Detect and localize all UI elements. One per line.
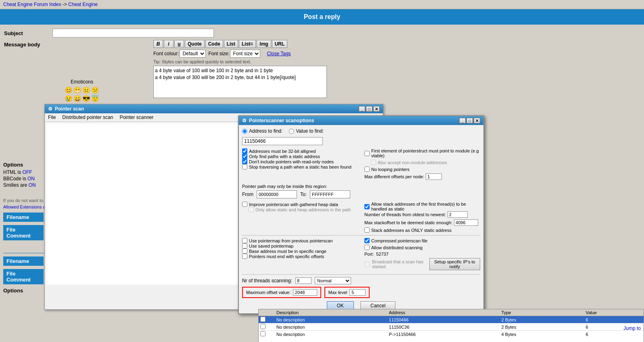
bold-button[interactable]: B: [153, 40, 163, 48]
scanoptions-minimize[interactable]: _: [459, 118, 466, 123]
scanoptions-close[interactable]: ✕: [474, 118, 480, 123]
allowed-extensions-link[interactable]: Allowed Extensions a...: [3, 204, 49, 209]
font-colour-select[interactable]: Default: [180, 50, 206, 58]
setup-ip-button[interactable]: Setup specific IP's to notify: [429, 258, 480, 270]
allow-stack-checkbox[interactable]: [364, 204, 370, 209]
menu-distributed[interactable]: Distributed pointer scan: [61, 114, 115, 121]
table-row-2[interactable]: No description 11150C36 2 Bytes 6: [259, 323, 644, 331]
tip-text: Tip: Styles can be applied quickly to se…: [153, 59, 327, 64]
allow-distributed-row: Allow distributed scanning: [364, 245, 480, 250]
use-saved-checkbox[interactable]: [242, 243, 247, 248]
row3-checkbox[interactable]: [260, 331, 266, 336]
address-to-find-radio[interactable]: Address to find:: [242, 128, 282, 134]
emoji-5[interactable]: 😢: [65, 95, 73, 102]
heap-sub-row: Only allow static and heap addresses in …: [249, 207, 358, 212]
no-readonly-row: Don't include pointers with read-only no…: [242, 159, 358, 164]
table-row-1[interactable]: No description 11150466 2 Bytes 6: [259, 316, 644, 323]
close-tags-link[interactable]: Close Tags: [267, 51, 291, 56]
stop-traversing-checkbox[interactable]: [242, 164, 247, 169]
font-size-select[interactable]: Font size: [230, 50, 260, 58]
row3-address: P->11150466: [389, 332, 502, 337]
pointer-scan-controls: _ □ ✕: [359, 106, 380, 112]
heap-sub-checkbox[interactable]: [249, 207, 254, 212]
use-pointermap-prev-checkbox[interactable]: [242, 238, 247, 243]
first-element-checkbox[interactable]: [364, 151, 370, 156]
maxlevel-input[interactable]: [349, 289, 366, 296]
threads-oldest-input[interactable]: [447, 211, 468, 218]
main-content: Subject Message body B i u Quote Code Li…: [0, 25, 644, 342]
file-comment-bar-2: File Comment: [3, 269, 44, 284]
emoji-8[interactable]: 😇: [91, 95, 99, 102]
addresses-32bit-checkbox[interactable]: [242, 148, 247, 154]
img-button[interactable]: Img: [257, 40, 271, 48]
close-button[interactable]: ✕: [373, 106, 380, 112]
offset-input[interactable]: [293, 289, 317, 296]
font-size-label: Font size:: [208, 51, 229, 56]
also-accept-checkbox[interactable]: [371, 160, 376, 165]
allow-distributed-checkbox[interactable]: [364, 245, 370, 250]
minimize-button[interactable]: _: [359, 106, 365, 112]
underline-button[interactable]: u: [174, 40, 184, 48]
menu-scanner[interactable]: Pointer scanner: [118, 114, 155, 121]
bbcode-link[interactable]: ON: [27, 176, 35, 181]
bbcode-option: BBCode is ON: [3, 176, 36, 181]
scanoptions-titlebar: ⚙ Pointerscanner scanoptions _ □ ✕: [239, 116, 483, 125]
scanoptions-dialog: ⚙ Pointerscanner scanoptions _ □ ✕ Addre…: [238, 115, 484, 314]
breadcrumb-section-link[interactable]: Cheat Engine: [68, 2, 98, 7]
no-looping-checkbox[interactable]: [364, 167, 370, 172]
maxlevel-label: Max level: [328, 290, 347, 295]
maxlevel-box: Max level: [324, 287, 370, 298]
broadcast-checkbox[interactable]: [364, 262, 370, 267]
row2-type: 2 Bytes: [502, 325, 586, 329]
compressed-file-checkbox[interactable]: [364, 238, 370, 243]
row2-checkbox[interactable]: [260, 324, 266, 329]
no-readonly-checkbox[interactable]: [242, 159, 247, 164]
value-to-find-radio[interactable]: Value to find:: [289, 128, 324, 134]
base-address-row: Base address must be in specific range: [242, 248, 358, 254]
col-type: Type: [502, 310, 586, 315]
pointers-end-checkbox[interactable]: [242, 254, 247, 259]
emoji-7[interactable]: 😎: [82, 95, 90, 102]
list-item-button[interactable]: List=: [239, 40, 256, 48]
smilies-link[interactable]: ON: [29, 182, 36, 188]
maximize-button[interactable]: □: [366, 106, 372, 112]
emoji-4[interactable]: 😕: [91, 86, 99, 94]
subject-input[interactable]: [52, 29, 214, 38]
list-button[interactable]: List: [224, 40, 238, 48]
base-address-checkbox[interactable]: [242, 248, 247, 254]
row1-checkbox[interactable]: [260, 317, 266, 322]
emoji-1[interactable]: 😊: [65, 86, 73, 94]
to-input[interactable]: [310, 190, 350, 198]
heap-checkbox[interactable]: [242, 202, 247, 207]
message-textarea[interactable]: [153, 66, 327, 98]
compressed-file-row: Compressed pointerscan file: [364, 238, 480, 243]
breadcrumb-forum-link[interactable]: Cheat Engine Forum Index: [3, 2, 61, 7]
max-stackoffset-input[interactable]: [454, 219, 478, 226]
table-row-3[interactable]: No description P->11150466 4 Bytes 6: [259, 331, 644, 338]
only-static-checkbox[interactable]: [242, 154, 247, 159]
bottom-left-options: Use pointermap from previous pointerscan…: [242, 238, 358, 272]
menu-file[interactable]: File: [46, 114, 57, 121]
scanoptions-maximize[interactable]: □: [466, 118, 473, 123]
col-address: Address: [389, 310, 502, 315]
italic-button[interactable]: i: [164, 40, 174, 48]
allow-stack-row: Allow stack addresses of the first threa…: [364, 202, 480, 211]
jump-to[interactable]: Jump to: [623, 325, 641, 331]
filename-bar-1: Filename: [3, 213, 44, 222]
quote-button[interactable]: Quote: [185, 40, 205, 48]
from-input[interactable]: [257, 190, 297, 198]
code-button[interactable]: Code: [205, 40, 223, 48]
url-button[interactable]: URL: [272, 40, 288, 48]
row1-value: 6: [586, 317, 642, 322]
emoji-6[interactable]: 😄: [73, 95, 82, 102]
threads-oldest-row: Number of threads from oldest to newest:: [364, 211, 480, 218]
emoji-3[interactable]: 😐: [82, 86, 90, 94]
emoji-2[interactable]: 😁: [73, 86, 82, 94]
threads-input[interactable]: [295, 277, 312, 284]
html-link[interactable]: OFF: [23, 169, 32, 175]
priority-select[interactable]: Idle Below Normal Normal Above Normal Hi…: [315, 277, 351, 284]
stack-only-checkbox[interactable]: [364, 227, 370, 233]
filename-bar-2: Filename: [3, 256, 44, 266]
max-offsets-input[interactable]: [426, 173, 442, 180]
address-input[interactable]: [242, 137, 323, 145]
